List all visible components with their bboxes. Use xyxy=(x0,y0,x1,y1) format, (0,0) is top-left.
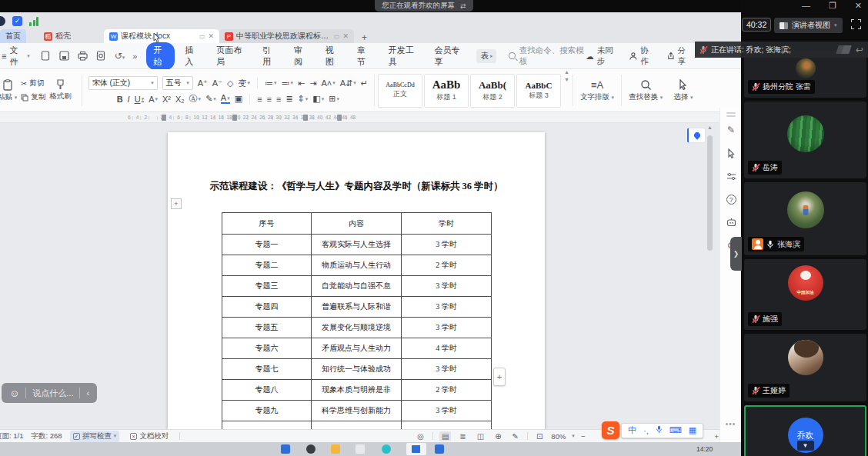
ime-keyboard-icon[interactable]: ⌨ xyxy=(669,425,682,435)
ribbon-tab[interactable]: 审阅 xyxy=(287,42,315,70)
bullet-list-icon[interactable]: ≔▾ xyxy=(265,78,277,88)
ime-punctuation-toggle[interactable]: ·, xyxy=(643,426,649,435)
read-view-icon[interactable]: ◫ xyxy=(475,431,486,441)
help-icon[interactable]: ? xyxy=(720,188,742,211)
style-card[interactable]: AaBb(标题 2 xyxy=(470,74,515,108)
participant-tile[interactable]: 中国加油 施强 xyxy=(744,259,866,330)
style-card[interactable]: AaBbC标题 3 xyxy=(516,74,561,108)
tab-pdf[interactable]: P 中等职业学校思政课程标准.pdf ▭ ✕ xyxy=(219,29,354,43)
ime-toolbox-icon[interactable]: ▦ xyxy=(689,425,696,435)
line-spacing-icon[interactable]: ⇕▾ xyxy=(298,94,309,104)
text-effects-icon[interactable]: 变▾ xyxy=(238,78,250,89)
table-add-button[interactable]: + xyxy=(493,368,506,386)
participant-tile[interactable]: 王娅婷 xyxy=(744,334,866,401)
chat-placeholder[interactable]: 说点什么... xyxy=(32,388,73,399)
vertical-scrollbar[interactable]: ▲ xyxy=(706,125,714,428)
write-mode-icon[interactable]: ✎ xyxy=(510,431,521,441)
align-right-icon[interactable]: ≡ xyxy=(276,95,281,104)
close-button[interactable]: ✕ xyxy=(855,0,862,11)
scroll-up-icon[interactable]: ▲ xyxy=(706,125,714,130)
select-tool-button[interactable]: 选择 ▾ xyxy=(668,69,698,112)
participant-tile[interactable]: 岳涛 xyxy=(744,102,866,178)
styles-scroll[interactable]: ▲▼ xyxy=(563,69,571,112)
clear-format-icon[interactable]: ◇ xyxy=(227,78,233,88)
table-move-handle[interactable]: + xyxy=(171,198,182,209)
shading-icon[interactable]: ◧▾ xyxy=(312,94,324,104)
ribbon-tab[interactable]: 章节 xyxy=(350,42,379,70)
collaborate-button[interactable]: 协作 xyxy=(629,45,654,67)
undo-icon[interactable]: ↺▾ xyxy=(115,51,125,62)
borders-icon[interactable]: ⊞▾ xyxy=(329,94,339,104)
doc-proof-button[interactable]: × 文档校对 xyxy=(127,431,172,442)
web-view-icon[interactable]: ⊕ xyxy=(492,431,503,441)
file-menu[interactable]: ≡ 文件 ▾ xyxy=(2,45,30,68)
taskbar-app-icon[interactable] xyxy=(382,444,391,454)
save-icon[interactable] xyxy=(59,51,69,61)
bold-button[interactable]: B xyxy=(117,95,123,104)
char-shading-icon[interactable]: ▣ xyxy=(235,94,242,104)
ribbon-tab[interactable]: 会员专享 xyxy=(428,42,471,70)
more-tools-icon[interactable]: » xyxy=(132,52,137,61)
highlight-icon[interactable]: ✎▾ xyxy=(205,94,216,104)
print-icon[interactable] xyxy=(78,51,88,61)
cloud-sync-status[interactable]: ☁ 未同步 xyxy=(586,45,617,67)
zoom-in-button[interactable]: + xyxy=(714,432,719,441)
collapse-chat-icon[interactable]: ‹ xyxy=(86,388,89,398)
word-count[interactable]: 字数: 268 xyxy=(32,431,62,441)
superscript-icon[interactable]: X² xyxy=(162,95,171,104)
ime-language-toggle[interactable]: 中 xyxy=(628,424,636,436)
justify-icon[interactable]: ≣ xyxy=(285,94,292,104)
new-doc-icon[interactable] xyxy=(41,51,51,61)
ribbon-tab[interactable]: 插入 xyxy=(178,42,206,70)
view-mode-button[interactable]: 演讲者视图 ▾ xyxy=(774,18,843,33)
back-arrow-icon[interactable]: ↩ xyxy=(856,45,863,55)
fullscreen-button[interactable] xyxy=(851,18,861,32)
text-layout-button[interactable]: ≡A 文字排版 ▾ xyxy=(575,69,619,112)
ribbon-tab[interactable]: 引用 xyxy=(255,42,284,70)
align-left-icon[interactable]: ≡ xyxy=(257,95,262,104)
ruler[interactable]: 6|4|2||2|4|6|8|10|12|14|16|18|20|22|24|2… xyxy=(0,112,719,123)
subscript-icon[interactable]: X₂ xyxy=(175,95,185,104)
more-dots-icon[interactable]: ••• xyxy=(720,420,741,428)
italic-button[interactable]: I xyxy=(128,95,130,104)
close-tab-icon[interactable]: ✕ xyxy=(342,32,349,40)
tab-docer[interactable]: 稻 稻壳 xyxy=(38,29,76,43)
ribbon-tab[interactable]: 开发工具 xyxy=(382,42,425,70)
restore-button[interactable]: ❐ xyxy=(829,0,836,11)
page-view-icon[interactable]: ▤ xyxy=(439,431,451,441)
zoom-out-button[interactable]: − xyxy=(581,432,586,441)
settings-sliders-icon[interactable] xyxy=(720,165,742,188)
grow-font-icon[interactable]: A⁺ xyxy=(198,78,208,88)
tab-home[interactable]: 首页 xyxy=(0,29,26,43)
char-scale-icon[interactable]: A˄▾ xyxy=(321,78,335,88)
zoom-level[interactable]: 80% xyxy=(551,432,566,441)
minimize-button[interactable]: — xyxy=(802,0,810,11)
find-replace-button[interactable]: 查找替换 ▾ xyxy=(623,69,668,112)
scrollbar-thumb[interactable] xyxy=(707,135,713,251)
scroll-up-icon[interactable]: ▲ xyxy=(564,69,569,75)
taskbar-app-icon[interactable] xyxy=(281,444,290,454)
increase-indent-icon[interactable]: ⇥ xyxy=(309,78,316,88)
font-color-icon[interactable]: A▾ xyxy=(221,94,230,104)
ribbon-tab[interactable]: 视图 xyxy=(319,42,347,70)
user-avatar[interactable] xyxy=(0,16,5,26)
font-size-select[interactable]: 五号▾ xyxy=(162,76,193,90)
sidebar-expander[interactable]: ❯ xyxy=(730,237,742,271)
chat-quick-bar[interactable]: ☺ 说点什么... ‹ xyxy=(2,383,97,403)
search-box[interactable]: 查找命令、搜索模板 xyxy=(509,45,586,67)
security-shield-icon[interactable]: ✓ xyxy=(12,16,22,26)
taskbar-app-icon[interactable] xyxy=(331,444,340,454)
participant-tile-active-speaker[interactable]: 乔欢 ▼ xyxy=(744,405,866,456)
emoji-icon[interactable]: ☺ xyxy=(9,388,19,399)
text-direction-icon[interactable]: A⇵▾ xyxy=(340,78,356,88)
pen-tool-icon[interactable]: ✎ xyxy=(720,118,742,141)
participant-tile[interactable]: 张海滨 xyxy=(744,182,866,255)
print-preview-icon[interactable] xyxy=(96,51,106,61)
close-tab-icon[interactable]: ✕ xyxy=(208,32,214,40)
paste-button[interactable]: 粘贴 ▾ xyxy=(0,79,21,102)
decrease-indent-icon[interactable]: ⇤ xyxy=(298,78,305,88)
style-card[interactable]: AaBb标题 1 xyxy=(424,74,469,108)
show-marks-icon[interactable]: ↵ xyxy=(361,78,368,88)
switch-screen-icon[interactable]: ⇄ xyxy=(460,2,466,10)
format-painter-button[interactable]: 格式刷 xyxy=(45,79,75,102)
